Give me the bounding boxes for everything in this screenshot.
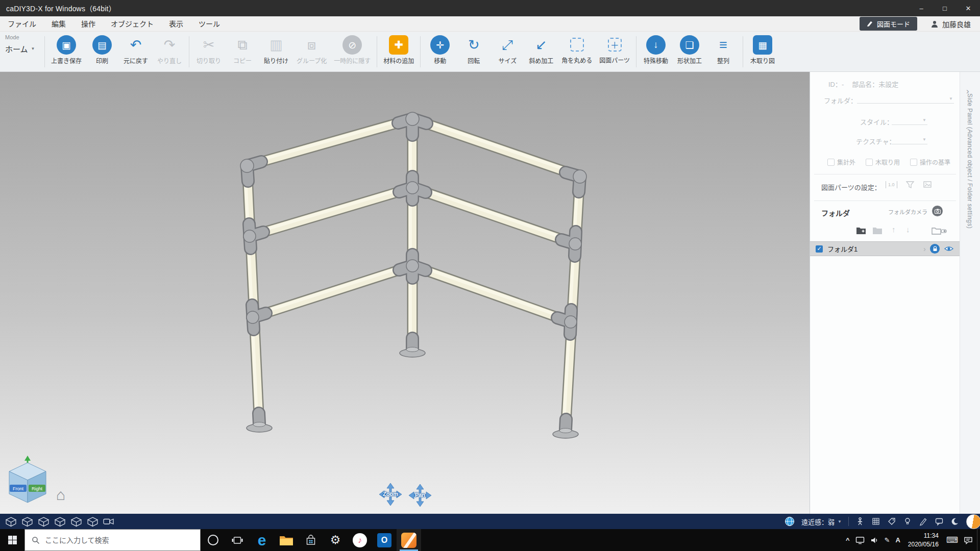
toolbar-button-paste[interactable]: ▥ 貼り付け: [259, 32, 293, 71]
toolbar-button-cut[interactable]: ✂ 切り取り: [192, 32, 226, 71]
start-button[interactable]: [0, 529, 24, 551]
toolbar-button-align[interactable]: ≡ 整列: [706, 32, 740, 71]
touch-keyboard-icon[interactable]: ⌨: [946, 535, 958, 545]
toolbar-button-save[interactable]: ▣ 上書き保存: [47, 32, 85, 71]
checkbox-for-cutting[interactable]: 木取り用: [866, 158, 900, 166]
store-app[interactable]: [299, 529, 323, 551]
show-desktop-button[interactable]: [977, 529, 980, 551]
tray-expand-icon[interactable]: ^: [846, 536, 850, 544]
lock-icon[interactable]: [930, 244, 940, 254]
visibility-eye-icon[interactable]: [944, 245, 954, 253]
action-center-icon[interactable]: [964, 536, 973, 544]
pan-control[interactable]: Pan: [408, 484, 432, 507]
edge-app[interactable]: e: [250, 529, 274, 551]
move-up-icon[interactable]: ↑: [892, 225, 896, 234]
view-preset-front-icon[interactable]: [38, 516, 50, 527]
user-account[interactable]: 加藤良雄: [930, 19, 971, 29]
toolbar-button-special-move[interactable]: ↓ 特殊移動: [639, 32, 673, 71]
light-icon[interactable]: [903, 517, 912, 526]
view-preset-top-icon[interactable]: [21, 516, 33, 527]
toolbar-button-print[interactable]: ▤ 印刷: [85, 32, 119, 71]
grid-icon[interactable]: [871, 517, 880, 526]
folder-dropdown[interactable]: ▼: [857, 94, 954, 104]
checkbox-exclude-from-total[interactable]: 集計外: [827, 158, 855, 166]
image-icon[interactable]: [923, 180, 932, 189]
toolbar-button-size[interactable]: ⤢ サイズ: [491, 32, 524, 71]
funnel-icon[interactable]: [905, 180, 915, 189]
taskbar-clock[interactable]: 11:34 2020/05/16: [908, 532, 939, 548]
viewport-3d[interactable]: Front Right ⌂ Zoom: [0, 72, 810, 514]
view-preset-iso-icon[interactable]: [5, 516, 17, 527]
drawing-mode-button[interactable]: 図面モード: [860, 17, 917, 31]
dimension-icon[interactable]: 1.0: [886, 181, 897, 188]
texture-dropdown[interactable]: ▼: [892, 135, 927, 144]
orientation-cube[interactable]: Front Right: [4, 456, 51, 507]
tag-icon[interactable]: [887, 517, 896, 526]
zoom-control[interactable]: Zoom: [379, 483, 402, 506]
file-explorer-app[interactable]: [274, 529, 299, 551]
checked-checkbox-icon[interactable]: [816, 245, 823, 253]
camera-view-icon[interactable]: [103, 517, 114, 526]
menu-file[interactable]: ファイル: [0, 16, 44, 32]
cadiy3d-app[interactable]: [397, 529, 421, 551]
chat-icon[interactable]: [935, 517, 944, 526]
minimize-button[interactable]: –: [910, 0, 933, 16]
folder-list-item-selected[interactable]: フォルダ1 ›: [810, 241, 960, 256]
menu-tools[interactable]: ツール: [191, 16, 228, 32]
settings-app[interactable]: ⚙: [323, 529, 348, 551]
toolbar-button-hide-temporarily[interactable]: ⊘ 一時的に隠す: [330, 32, 374, 71]
globe-icon[interactable]: [785, 516, 795, 527]
night-mode-icon[interactable]: [950, 517, 960, 526]
toolbar-button-shape-edit[interactable]: ❏ 形状加工: [673, 32, 706, 71]
menu-object[interactable]: オブジェクト: [103, 16, 161, 32]
maximize-button[interactable]: □: [933, 0, 957, 16]
folder-toggle-icon[interactable]: [932, 226, 947, 235]
home-view-button[interactable]: ⌂: [56, 487, 65, 503]
pen-tray-icon[interactable]: ✎: [885, 536, 890, 544]
add-folder-icon[interactable]: [856, 226, 866, 235]
toolbar-button-redo[interactable]: ↷ やり直し: [153, 32, 186, 71]
folder-camera-button[interactable]: [932, 206, 943, 216]
toolbar-button-add-material[interactable]: ✚ 材料の追加: [380, 32, 418, 71]
outlook-app[interactable]: O: [372, 529, 397, 551]
toolbar-button-cutting-layout[interactable]: ▦ 木取り図: [746, 32, 779, 71]
assistant-mascot-icon[interactable]: [966, 514, 980, 529]
menu-view[interactable]: 表示: [161, 16, 191, 32]
menu-edit[interactable]: 編集: [44, 16, 74, 32]
toolbar-button-bevel[interactable]: ↙ 斜め加工: [524, 32, 558, 71]
close-button[interactable]: ✕: [957, 0, 980, 16]
folder-icon[interactable]: [872, 226, 883, 235]
toolbar-button-rotate[interactable]: ↻ 回転: [457, 32, 491, 71]
view-preset-back-icon[interactable]: [87, 516, 99, 527]
music-app[interactable]: ♪: [348, 529, 372, 551]
menu-operation[interactable]: 操作: [74, 16, 103, 32]
pen-icon[interactable]: [919, 517, 928, 526]
task-view-button[interactable]: [225, 529, 250, 551]
toolbar-button-round-corner[interactable]: 角を丸める: [558, 32, 596, 71]
volume-tray-icon[interactable]: [870, 536, 879, 544]
checkbox-operation-reference[interactable]: 操作の基準: [910, 158, 950, 166]
toolbar-button-group[interactable]: ⧈ グループ化: [293, 32, 330, 71]
front-face-label[interactable]: Front: [13, 486, 24, 491]
floor-flanges[interactable]: [247, 338, 578, 438]
right-face-label[interactable]: Right: [32, 486, 43, 491]
model-3d-railing[interactable]: [0, 72, 810, 514]
toolbar-button-copy[interactable]: ⧉ コピー: [226, 32, 259, 71]
perspective-dropdown[interactable]: 遠近感：弱 ▼: [801, 517, 842, 527]
move-down-icon[interactable]: ↓: [906, 225, 910, 234]
mode-selector[interactable]: Mode ホーム ▼: [0, 32, 42, 71]
display-tray-icon[interactable]: [855, 536, 865, 544]
view-preset-left-icon[interactable]: [70, 516, 82, 527]
search-input[interactable]: [44, 536, 200, 545]
view-preset-right-icon[interactable]: [54, 516, 66, 527]
search-box[interactable]: [24, 529, 201, 551]
ime-indicator[interactable]: A: [895, 536, 900, 544]
walk-mode-icon[interactable]: [855, 517, 865, 526]
toolbar-button-drawing-parts[interactable]: ＋ 図面パーツ: [596, 32, 633, 71]
toolbar-button-undo[interactable]: ↶ 元に戻す: [119, 32, 153, 71]
chevron-right-icon[interactable]: ›: [923, 244, 926, 253]
style-dropdown[interactable]: ▼: [892, 116, 927, 125]
side-panel-strip[interactable]: › Side Panel (Advanced object / Folder s…: [960, 72, 980, 514]
toolbar-button-move[interactable]: ✛ 移動: [423, 32, 457, 71]
cortana-button[interactable]: [201, 529, 225, 551]
